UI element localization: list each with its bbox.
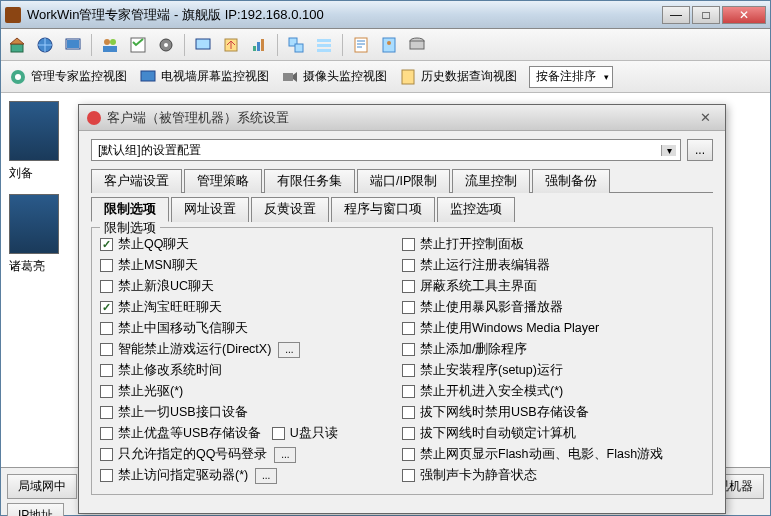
log-icon[interactable] — [349, 33, 373, 57]
windows-icon[interactable] — [284, 33, 308, 57]
gear-icon[interactable] — [154, 33, 178, 57]
sort-dropdown[interactable]: 按备注排序 — [529, 66, 613, 88]
restriction-item: 强制声卡为静音状态 — [402, 465, 704, 486]
home-icon[interactable] — [5, 33, 29, 57]
checkbox[interactable] — [402, 469, 415, 482]
restriction-item: 禁止打开控制面板 — [402, 234, 704, 255]
checkbox[interactable] — [100, 364, 113, 377]
settings-tab[interactable]: 管理策略 — [184, 169, 262, 193]
restriction-item: 禁止运行注册表编辑器 — [402, 255, 704, 276]
settings-tab[interactable]: 流里控制 — [452, 169, 530, 193]
camera-view-icon — [281, 68, 299, 86]
config-button[interactable]: ... — [278, 342, 300, 358]
settings-tab[interactable]: 有限任务集 — [264, 169, 355, 193]
camera-view-link[interactable]: 摄像头监控视图 — [281, 68, 387, 86]
client-thumb[interactable] — [9, 194, 59, 254]
svg-rect-25 — [410, 41, 424, 49]
config-group-dropdown[interactable]: [默认组]的设置配置 — [91, 139, 681, 161]
settings-tab[interactable]: 网址设置 — [171, 197, 249, 222]
checkbox[interactable] — [100, 448, 113, 461]
settings-tab[interactable]: 强制备份 — [532, 169, 610, 193]
checkbox[interactable] — [402, 238, 415, 251]
list-icon[interactable] — [312, 33, 336, 57]
sort-dropdown-value: 按备注排序 — [536, 68, 596, 85]
client-thumb[interactable] — [9, 101, 59, 161]
checkbox[interactable] — [402, 406, 415, 419]
dialog-title: 客户端（被管理机器）系统设置 — [107, 109, 693, 127]
svg-rect-17 — [295, 44, 303, 52]
checkbox[interactable] — [402, 343, 415, 356]
checkbox-label: 禁止优盘等USB存储设备 — [118, 425, 261, 442]
checkbox-label: 禁止运行注册表编辑器 — [420, 257, 550, 274]
ip-tab[interactable]: IP地址 — [7, 503, 64, 516]
users-icon[interactable] — [98, 33, 122, 57]
svg-point-27 — [15, 74, 21, 80]
tvwall-view-link[interactable]: 电视墙屏幕监控视图 — [139, 68, 269, 86]
svg-rect-29 — [283, 73, 293, 81]
minimize-button[interactable]: — — [662, 6, 690, 24]
svg-rect-13 — [253, 46, 256, 51]
settings-tab[interactable]: 客户端设置 — [91, 169, 182, 193]
checkbox[interactable] — [402, 385, 415, 398]
checkbox-label: 禁止使用Windows Media Player — [420, 320, 599, 337]
checkbox[interactable] — [272, 427, 285, 440]
config-button[interactable]: ... — [274, 447, 296, 463]
svg-rect-21 — [355, 38, 367, 52]
screen-icon[interactable] — [191, 33, 215, 57]
monitor-icon[interactable] — [61, 33, 85, 57]
checkbox[interactable] — [402, 448, 415, 461]
checkbox-label: 禁止中国移动飞信聊天 — [118, 320, 248, 337]
chart-icon[interactable] — [247, 33, 271, 57]
export-icon[interactable] — [219, 33, 243, 57]
checkbox-label: 禁止一切USB接口设备 — [118, 404, 248, 421]
checkbox[interactable] — [100, 406, 113, 419]
svg-rect-4 — [67, 40, 79, 48]
settings-tab[interactable]: 限制选项 — [91, 197, 169, 222]
settings-tab[interactable]: 监控选项 — [437, 197, 515, 222]
restriction-item: 禁止一切USB接口设备 — [100, 402, 402, 423]
checkbox[interactable] — [402, 280, 415, 293]
checkbox[interactable] — [100, 343, 113, 356]
contacts-icon[interactable] — [377, 33, 401, 57]
checkbox[interactable] — [100, 280, 113, 293]
checkbox[interactable] — [402, 427, 415, 440]
checkbox[interactable] — [402, 259, 415, 272]
monitor-view-link[interactable]: 管理专家监控视图 — [9, 68, 127, 86]
checkbox[interactable] — [402, 364, 415, 377]
svg-rect-7 — [103, 46, 117, 52]
history-view-link[interactable]: 历史数据查询视图 — [399, 68, 517, 86]
app-icon — [5, 7, 21, 23]
checkbox-label: 禁止光驱(*) — [118, 383, 183, 400]
checkbox[interactable] — [402, 301, 415, 314]
checkbox[interactable] — [100, 385, 113, 398]
checkbox[interactable] — [100, 469, 113, 482]
checkbox[interactable] — [100, 259, 113, 272]
checkbox-label: 屏蔽系统工具主界面 — [420, 278, 537, 295]
globe-icon[interactable] — [33, 33, 57, 57]
checkbox-label: 禁止修改系统时间 — [118, 362, 222, 379]
checkbox[interactable] — [100, 301, 113, 314]
restriction-item: 禁止安装程序(setup)运行 — [402, 360, 704, 381]
settings-tab[interactable]: 程序与窗口项 — [331, 197, 435, 222]
restriction-group: 限制选项 禁止QQ聊天禁止MSN聊天禁止新浪UC聊天禁止淘宝旺旺聊天禁止中国移动… — [91, 227, 713, 495]
maximize-button[interactable]: □ — [692, 6, 720, 24]
checkbox-label: 拔下网线时自动锁定计算机 — [420, 425, 576, 442]
close-button[interactable]: ✕ — [722, 6, 766, 24]
disk-icon[interactable] — [405, 33, 429, 57]
checklist-icon[interactable] — [126, 33, 150, 57]
checkbox-label: 禁止网页显示Flash动画、电影、Flash游戏 — [420, 446, 663, 463]
lan-tab[interactable]: 局域网中 — [7, 474, 77, 499]
config-group-value: [默认组]的设置配置 — [98, 142, 201, 159]
checkbox[interactable] — [402, 322, 415, 335]
settings-tab[interactable]: 反黄设置 — [251, 197, 329, 222]
window-title: WorkWin管理专家管理端 - 旗舰版 IP:192.168.0.100 — [27, 6, 662, 24]
restriction-item: 禁止访问指定驱动器(*)... — [100, 465, 402, 486]
checkbox[interactable] — [100, 238, 113, 251]
checkbox[interactable] — [100, 427, 113, 440]
checkbox[interactable] — [100, 322, 113, 335]
config-button[interactable]: ... — [255, 468, 277, 484]
dialog-close-button[interactable]: ✕ — [693, 110, 717, 126]
config-browse-button[interactable]: ... — [687, 139, 713, 161]
checks-left-column: 禁止QQ聊天禁止MSN聊天禁止新浪UC聊天禁止淘宝旺旺聊天禁止中国移动飞信聊天智… — [100, 234, 402, 486]
settings-tab[interactable]: 端口/IP限制 — [357, 169, 450, 193]
